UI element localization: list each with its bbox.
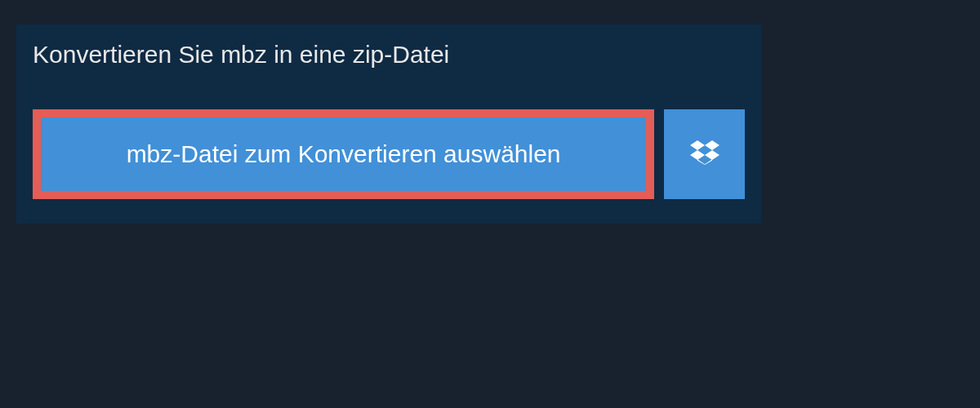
converter-panel: Konvertieren Sie mbz in eine zip-Datei m… xyxy=(16,24,761,224)
button-row: mbz-Datei zum Konvertieren auswählen xyxy=(16,85,761,224)
select-file-button[interactable]: mbz-Datei zum Konvertieren auswählen xyxy=(33,109,654,199)
title-bar: Konvertieren Sie mbz in eine zip-Datei xyxy=(16,24,474,85)
select-file-button-label: mbz-Datei zum Konvertieren auswählen xyxy=(127,140,561,168)
page-title: Konvertieren Sie mbz in eine zip-Datei xyxy=(33,41,457,69)
dropbox-icon xyxy=(690,138,719,171)
dropbox-button[interactable] xyxy=(664,109,745,199)
